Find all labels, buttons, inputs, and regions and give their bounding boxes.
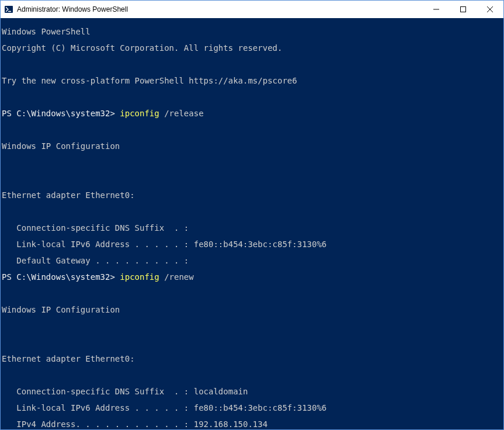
ipconfig-header: Windows IP Configuration [2, 306, 503, 314]
pscore-hint: Try the new cross-platform PowerShell ht… [2, 77, 503, 85]
command-text: ipconfig [120, 272, 164, 282]
adapter-header: Ethernet adapter Ethernet0: [2, 355, 503, 363]
prompt-path: PS C:\Windows\system32> [2, 272, 120, 282]
titlebar-buttons [423, 1, 503, 18]
adapter-header: Ethernet adapter Ethernet0: [2, 191, 503, 199]
gateway-line: Default Gateway . . . . . . . . . : [2, 256, 503, 265]
svg-rect-3 [461, 7, 466, 12]
ipv4-line: IPv4 Address. . . . . . . . . . . : 192.… [2, 420, 503, 428]
dns-suffix-line: Connection-specific DNS Suffix . : [2, 224, 503, 232]
svg-rect-0 [5, 6, 13, 13]
blank-line [2, 126, 503, 134]
blank-line [2, 60, 503, 68]
prompt-line-2: PS C:\Windows\system32> ipconfig /renew [2, 273, 503, 281]
command-arg: /renew [164, 272, 194, 282]
maximize-button[interactable] [450, 1, 477, 18]
copyright-line: Copyright (C) Microsoft Corporation. All… [2, 44, 503, 52]
blank-line [2, 93, 503, 101]
blank-line [2, 175, 503, 183]
dns-suffix-line: Connection-specific DNS Suffix . : local… [2, 387, 503, 396]
command-arg: /release [164, 109, 203, 118]
titlebar[interactable]: Administrator: Windows PowerShell [1, 1, 503, 18]
banner-line: Windows PowerShell [2, 27, 503, 36]
blank-line [2, 322, 503, 330]
prompt-line-1: PS C:\Windows\system32> ipconfig /releas… [2, 109, 503, 117]
blank-line [2, 158, 503, 167]
link-local-line: Link-local IPv6 Address . . . . . : fe80… [2, 240, 503, 248]
powershell-icon [4, 5, 13, 14]
prompt-path: PS C:\Windows\system32> [2, 109, 120, 118]
link-local-line: Link-local IPv6 Address . . . . . : fe80… [2, 404, 503, 412]
blank-line [2, 207, 503, 216]
command-text: ipconfig [120, 109, 164, 118]
blank-line [2, 338, 503, 346]
powershell-window: Administrator: Windows PowerShell Window… [0, 0, 504, 430]
close-button[interactable] [477, 1, 503, 18]
blank-line [2, 289, 503, 297]
minimize-button[interactable] [423, 1, 450, 18]
terminal-output[interactable]: Windows PowerShell Copyright (C) Microso… [1, 18, 503, 429]
blank-line [2, 371, 503, 379]
window-title: Administrator: Windows PowerShell [17, 5, 423, 13]
ipconfig-header: Windows IP Configuration [2, 142, 503, 150]
